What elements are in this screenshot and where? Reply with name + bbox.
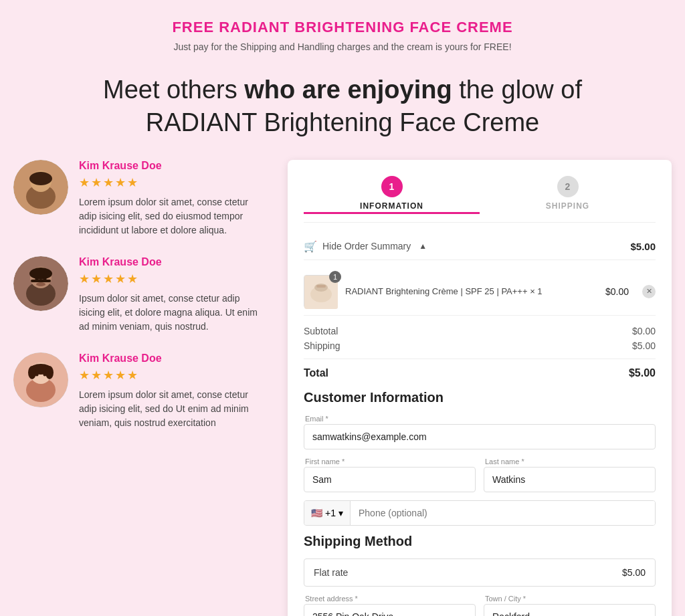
- checkout-steps: 1 INFORMATION 2 SHIPPING: [304, 176, 656, 222]
- last-name-input[interactable]: [484, 467, 656, 492]
- page-header: FREE RADIANT BRIGHTENING FACE CREME Just…: [0, 0, 685, 60]
- testimonial-text: Lorem ipsum dolor sit amet, conse ctetur…: [79, 195, 268, 237]
- phone-row: 🇺🇸 +1 ▾: [304, 500, 656, 526]
- grand-total-value: $5.00: [629, 367, 656, 379]
- testimonial-name: Kim Krause Doe: [79, 352, 268, 365]
- phone-input[interactable]: [351, 501, 655, 525]
- product-quantity-badge: 1: [329, 271, 341, 283]
- avatar: [13, 352, 68, 407]
- product-name: RADIANT Brightening Crème | SPF 25 | PA+…: [345, 286, 597, 296]
- testimonial-name: Kim Krause Doe: [79, 256, 268, 268]
- city-field-wrapper: Town / City *: [484, 595, 656, 616]
- flat-rate-price: $5.00: [622, 567, 646, 578]
- address-fields-row: Street address * Town / City *: [304, 595, 656, 616]
- product-image-wrap: 1: [304, 275, 337, 308]
- star-rating: ★ ★ ★ ★ ★: [79, 368, 268, 383]
- order-summary-toggle[interactable]: 🛒 Hide Order Summary ▲ $5.00: [304, 233, 656, 260]
- shipping-method-title: Shipping Method: [304, 534, 656, 549]
- phone-flag-selector[interactable]: 🇺🇸 +1 ▾: [304, 501, 351, 525]
- email-label: Email *: [304, 415, 656, 423]
- svg-point-11: [35, 277, 39, 280]
- testimonial-content: Kim Krause Doe ★ ★ ★ ★ ★ Ipsum dolor sit…: [79, 256, 268, 334]
- step-1-underline: [304, 212, 480, 214]
- chevron-up-icon: ▲: [419, 241, 427, 251]
- order-product-row: 1 RADIANT Brightening Crème | SPF 25 | P…: [304, 268, 656, 316]
- hero-text-1: Meet others who are enjoying the glow of…: [103, 76, 582, 136]
- avatar: [13, 160, 68, 215]
- subtotal-row: Subtotal $0.00: [304, 324, 656, 338]
- testimonials-section: Kim Krause Doe ★ ★ ★ ★ ★ Lorem ipsum dol…: [13, 160, 268, 430]
- step-2-circle: 2: [557, 176, 579, 197]
- cart-icon: 🛒: [304, 240, 317, 253]
- summary-toggle-label: Hide Order Summary: [322, 241, 411, 251]
- phone-code: +1: [325, 508, 336, 518]
- shipping-label: Shipping: [304, 340, 340, 351]
- svg-point-5: [43, 181, 47, 184]
- testimonial-text: Lorem ipsum dolor sit amet, conse ctetur…: [79, 388, 268, 430]
- step-2-label: SHIPPING: [546, 201, 589, 211]
- svg-rect-10: [31, 280, 51, 282]
- avatar: [13, 256, 68, 311]
- first-name-input[interactable]: [304, 467, 476, 492]
- email-input[interactable]: [304, 424, 656, 449]
- svg-point-21: [43, 373, 47, 376]
- subtotal-label: Subtotal: [304, 326, 338, 336]
- remove-product-button[interactable]: ✕: [642, 285, 656, 298]
- testimonial-content: Kim Krause Doe ★ ★ ★ ★ ★ Lorem ipsum dol…: [79, 352, 268, 430]
- shipping-method-row: Flat rate $5.00: [304, 558, 656, 587]
- svg-point-13: [36, 282, 45, 286]
- flag-icon: 🇺🇸: [311, 508, 322, 518]
- testimonial-item: Kim Krause Doe ★ ★ ★ ★ ★ Lorem ipsum dol…: [13, 160, 268, 237]
- email-field-wrapper: Email *: [304, 415, 656, 449]
- step-1-circle: 1: [381, 176, 403, 197]
- svg-point-3: [29, 172, 52, 185]
- shipping-row: Shipping $5.00: [304, 338, 656, 353]
- last-name-field-wrapper: Last name *: [484, 457, 656, 492]
- order-form: 1 INFORMATION 2 SHIPPING 🛒 Hide Order Su…: [288, 160, 672, 616]
- flat-rate-label: Flat rate: [314, 567, 348, 578]
- svg-point-12: [43, 277, 47, 280]
- product-price: $0.00: [605, 286, 629, 297]
- main-content: Kim Krause Doe ★ ★ ★ ★ ★ Lorem ipsum dol…: [0, 160, 685, 616]
- svg-point-18: [28, 366, 36, 379]
- phone-field-wrapper: 🇺🇸 +1 ▾: [304, 500, 656, 526]
- testimonial-item: Kim Krause Doe ★ ★ ★ ★ ★ Lorem ipsum dol…: [13, 352, 268, 430]
- step-shipping: 2 SHIPPING: [480, 176, 656, 219]
- subtotal-value: $0.00: [632, 326, 656, 336]
- street-input[interactable]: [304, 604, 476, 616]
- svg-point-9: [29, 268, 52, 280]
- svg-point-20: [35, 373, 39, 376]
- star-rating: ★ ★ ★ ★ ★: [79, 272, 268, 286]
- first-name-label: First name *: [304, 457, 476, 466]
- testimonial-item: Kim Krause Doe ★ ★ ★ ★ ★ Ipsum dolor sit…: [13, 256, 268, 334]
- customer-info-title: Customer Information: [304, 390, 656, 405]
- step-1-label: INFORMATION: [360, 201, 423, 211]
- testimonial-content: Kim Krause Doe ★ ★ ★ ★ ★ Lorem ipsum dol…: [79, 160, 268, 237]
- header-title: FREE RADIANT BRIGHTENING FACE CREME: [13, 19, 672, 36]
- svg-rect-25: [316, 285, 326, 288]
- testimonial-text: Ipsum dolor sit amet, conse ctetur adip …: [79, 292, 268, 334]
- grand-total-label: Total: [304, 367, 328, 379]
- hero-heading: Meet others who are enjoying the glow of…: [0, 60, 685, 160]
- street-label: Street address *: [304, 595, 476, 603]
- order-totals: Subtotal $0.00 Shipping $5.00: [304, 316, 656, 359]
- city-label: Town / City *: [484, 595, 656, 603]
- testimonial-name: Kim Krause Doe: [79, 160, 268, 172]
- last-name-label: Last name *: [484, 457, 656, 466]
- dropdown-icon: ▾: [338, 508, 343, 518]
- steps-divider: [304, 222, 656, 223]
- first-name-field-wrapper: First name *: [304, 457, 476, 492]
- street-field-wrapper: Street address *: [304, 595, 476, 616]
- svg-point-4: [35, 181, 39, 184]
- shipping-value: $5.00: [632, 340, 656, 351]
- grand-total-row: Total $5.00: [304, 359, 656, 390]
- star-rating: ★ ★ ★ ★ ★: [79, 175, 268, 190]
- svg-point-19: [45, 366, 54, 379]
- header-subtitle: Just pay for the Shipping and Handling c…: [13, 41, 672, 52]
- step-information: 1 INFORMATION: [304, 176, 480, 222]
- city-input[interactable]: [484, 604, 656, 616]
- summary-toggle-left: 🛒 Hide Order Summary ▲: [304, 240, 427, 253]
- summary-total-price: $5.00: [630, 241, 656, 252]
- name-fields-row: First name * Last name *: [304, 457, 656, 500]
